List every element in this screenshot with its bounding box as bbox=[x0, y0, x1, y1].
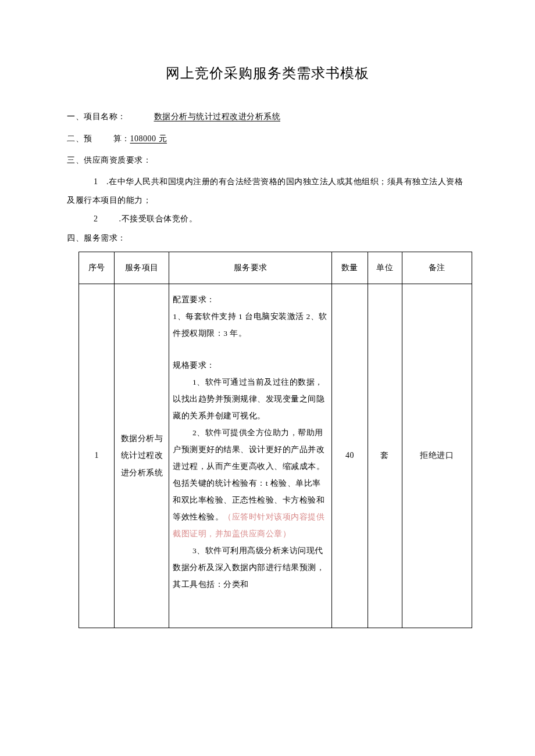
req-p5: 2、软件可提供全方位助力，帮助用户预测更好的结果、设计更好的产品并改进过程，从而… bbox=[173, 424, 328, 542]
req-p4: 1、软件可通过当前及过往的数据，以找出趋势并预测规律、发现变量之间隐藏的关系并创… bbox=[173, 374, 328, 424]
section-project-name: 一、项目名称：数据分析与统计过程改进分析系统 bbox=[67, 107, 468, 127]
section-budget: 二、预算：108000 元 bbox=[67, 129, 468, 149]
cell-seq: 1 bbox=[79, 284, 115, 628]
doc-body: 一、项目名称：数据分析与统计过程改进分析系统 二、预算：108000 元 三、供… bbox=[67, 107, 468, 628]
req-p1: 配置要求： bbox=[173, 291, 328, 308]
page-title: 网上竞价采购服务类需求书模板 bbox=[67, 64, 468, 83]
th-proj: 服务项目 bbox=[115, 252, 169, 284]
label-supplier-req: 三、供应商资质要求： bbox=[67, 156, 151, 164]
req-num-1: 1 bbox=[94, 177, 98, 186]
req-num-2: 2 bbox=[94, 214, 98, 223]
section-service-req-label: 四、服务需求： bbox=[67, 228, 468, 248]
value-project-name: 数据分析与统计过程改进分析系统 bbox=[154, 112, 281, 121]
th-qty: 数量 bbox=[332, 252, 368, 284]
value-budget: 108000 元 bbox=[130, 134, 167, 143]
service-req-table: 序号 服务项目 服务要求 数量 单位 备注 1 数据分析与统计过程改进分析系统 … bbox=[79, 252, 472, 628]
req-p3: 规格要求： bbox=[173, 357, 328, 374]
cell-note: 拒绝进口 bbox=[402, 284, 472, 628]
table-row: 1 数据分析与统计过程改进分析系统 配置要求： 1、每套软件支持 1 台电脑安装… bbox=[79, 284, 472, 628]
label-budget-1: 二、预 bbox=[67, 134, 92, 143]
section-supplier-req-label: 三、供应商资质要求： bbox=[67, 151, 468, 170]
label-service-req: 四、服务需求： bbox=[67, 234, 126, 242]
req-text-1: .在中华人民共和国境内注册的有合法经营资格的国内独立法人或其他组织；须具有独立法… bbox=[67, 177, 463, 205]
req-p5a: 2、软件可提供全方位助力，帮助用户预测更好的结果、设计更好的产品并改进过程，从而… bbox=[173, 428, 324, 521]
req-p6: 3、软件可利用高级分析来访问现代数据分析及深入数据内部进行结果预测，其工具包括：… bbox=[173, 542, 328, 593]
cell-req: 配置要求： 1、每套软件支持 1 台电脑安装激活 2、软件授权期限：3 年。 规… bbox=[169, 284, 332, 628]
cell-qty: 40 bbox=[332, 284, 368, 628]
th-req: 服务要求 bbox=[169, 252, 332, 284]
req-text-2: .不接受联合体竞价。 bbox=[119, 214, 198, 223]
cell-unit: 套 bbox=[368, 284, 402, 628]
th-seq: 序号 bbox=[79, 252, 115, 284]
supplier-req-item-2: 2.不接受联合体竞价。 bbox=[67, 210, 468, 228]
cell-proj: 数据分析与统计过程改进分析系统 bbox=[115, 284, 169, 628]
label-budget-2: 算： bbox=[113, 134, 130, 143]
table-header-row: 序号 服务项目 服务要求 数量 单位 备注 bbox=[79, 252, 472, 284]
supplier-req-item-1: 1 .在中华人民共和国境内注册的有合法经营资格的国内独立法人或其他组织；须具有独… bbox=[67, 173, 468, 210]
req-p2: 1、每套软件支持 1 台电脑安装激活 2、软件授权期限：3 年。 bbox=[173, 308, 328, 342]
th-note: 备注 bbox=[402, 252, 472, 284]
label-project-name: 一、项目名称： bbox=[67, 112, 126, 121]
th-unit: 单位 bbox=[368, 252, 402, 284]
